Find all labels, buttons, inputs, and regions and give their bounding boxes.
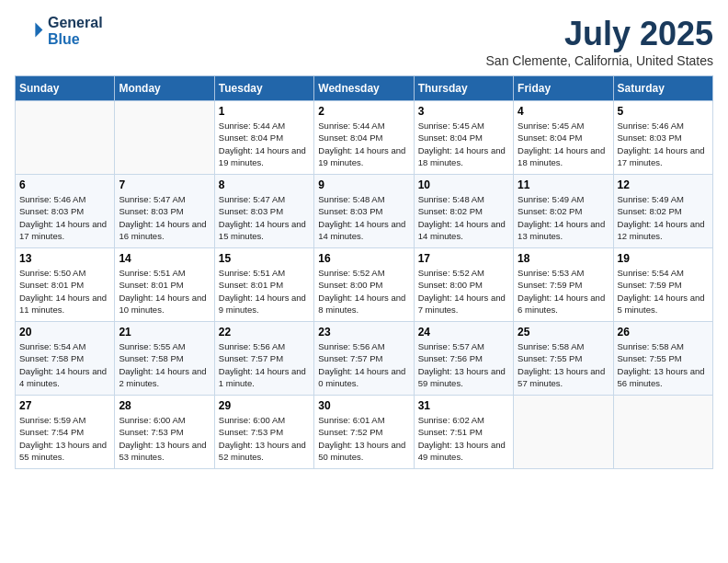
day-info: Sunrise: 5:54 AM Sunset: 7:59 PM Dayligh…: [618, 267, 709, 316]
day-number: 18: [518, 252, 609, 265]
calendar-cell: [115, 101, 214, 175]
svg-marker-1: [35, 22, 42, 37]
calendar-cell: 12Sunrise: 5:49 AM Sunset: 8:02 PM Dayli…: [613, 175, 712, 248]
weekday-header-monday: Monday: [115, 76, 214, 101]
day-info: Sunrise: 5:49 AM Sunset: 8:02 PM Dayligh…: [618, 193, 709, 242]
day-number: 14: [119, 252, 210, 265]
calendar-cell: 28Sunrise: 6:00 AM Sunset: 7:53 PM Dayli…: [115, 396, 214, 469]
day-info: Sunrise: 5:59 AM Sunset: 7:54 PM Dayligh…: [19, 414, 110, 463]
day-number: 1: [219, 105, 310, 118]
day-number: 20: [19, 326, 110, 339]
calendar-cell: 31Sunrise: 6:02 AM Sunset: 7:51 PM Dayli…: [414, 396, 513, 469]
day-number: 25: [518, 326, 609, 339]
day-info: Sunrise: 6:01 AM Sunset: 7:52 PM Dayligh…: [318, 414, 409, 463]
day-info: Sunrise: 6:00 AM Sunset: 7:53 PM Dayligh…: [119, 414, 210, 463]
calendar-week-1: 1Sunrise: 5:44 AM Sunset: 8:04 PM Daylig…: [16, 101, 713, 175]
calendar-cell: [16, 101, 115, 175]
day-number: 12: [618, 178, 709, 191]
day-info: Sunrise: 5:56 AM Sunset: 7:57 PM Dayligh…: [219, 340, 310, 389]
day-number: 8: [219, 178, 310, 191]
calendar-cell: 18Sunrise: 5:53 AM Sunset: 7:59 PM Dayli…: [514, 248, 613, 322]
day-info: Sunrise: 6:00 AM Sunset: 7:53 PM Dayligh…: [219, 414, 310, 463]
calendar-cell: 22Sunrise: 5:56 AM Sunset: 7:57 PM Dayli…: [214, 322, 313, 396]
day-number: 30: [318, 399, 409, 412]
day-number: 29: [219, 399, 310, 412]
calendar-week-5: 27Sunrise: 5:59 AM Sunset: 7:54 PM Dayli…: [16, 396, 713, 469]
calendar-body: 1Sunrise: 5:44 AM Sunset: 8:04 PM Daylig…: [16, 101, 713, 469]
calendar-cell: 23Sunrise: 5:56 AM Sunset: 7:57 PM Dayli…: [314, 322, 414, 396]
day-number: 21: [119, 326, 210, 339]
weekday-header-row: SundayMondayTuesdayWednesdayThursdayFrid…: [16, 76, 713, 101]
day-number: 22: [219, 326, 310, 339]
calendar-cell: 5Sunrise: 5:46 AM Sunset: 8:03 PM Daylig…: [613, 101, 712, 175]
day-info: Sunrise: 5:58 AM Sunset: 7:55 PM Dayligh…: [618, 340, 709, 389]
day-number: 16: [318, 252, 409, 265]
calendar-cell: 11Sunrise: 5:49 AM Sunset: 8:02 PM Dayli…: [514, 175, 613, 248]
page-header: General Blue July 2025 San Clemente, Cal…: [15, 15, 713, 68]
month-title: July 2025: [486, 15, 713, 53]
day-info: Sunrise: 5:51 AM Sunset: 8:01 PM Dayligh…: [219, 267, 310, 316]
calendar-cell: 10Sunrise: 5:48 AM Sunset: 8:02 PM Dayli…: [414, 175, 513, 248]
calendar-cell: 19Sunrise: 5:54 AM Sunset: 7:59 PM Dayli…: [613, 248, 712, 322]
calendar-cell: 21Sunrise: 5:55 AM Sunset: 7:58 PM Dayli…: [115, 322, 214, 396]
day-number: 23: [318, 326, 409, 339]
day-info: Sunrise: 5:47 AM Sunset: 8:03 PM Dayligh…: [119, 193, 210, 242]
day-number: 9: [318, 178, 409, 191]
weekday-header-wednesday: Wednesday: [314, 76, 414, 101]
day-number: 31: [418, 399, 509, 412]
calendar-cell: 26Sunrise: 5:58 AM Sunset: 7:55 PM Dayli…: [613, 322, 712, 396]
weekday-header-friday: Friday: [514, 76, 613, 101]
calendar-cell: 20Sunrise: 5:54 AM Sunset: 7:58 PM Dayli…: [16, 322, 115, 396]
calendar-cell: 15Sunrise: 5:51 AM Sunset: 8:01 PM Dayli…: [214, 248, 313, 322]
calendar-week-4: 20Sunrise: 5:54 AM Sunset: 7:58 PM Dayli…: [16, 322, 713, 396]
day-info: Sunrise: 5:52 AM Sunset: 8:00 PM Dayligh…: [418, 267, 509, 316]
weekday-header-tuesday: Tuesday: [214, 76, 313, 101]
calendar-cell: 16Sunrise: 5:52 AM Sunset: 8:00 PM Dayli…: [314, 248, 414, 322]
day-number: 26: [618, 326, 709, 339]
calendar-cell: 7Sunrise: 5:47 AM Sunset: 8:03 PM Daylig…: [115, 175, 214, 248]
calendar-cell: 4Sunrise: 5:45 AM Sunset: 8:04 PM Daylig…: [514, 101, 613, 175]
day-info: Sunrise: 5:50 AM Sunset: 8:01 PM Dayligh…: [19, 267, 110, 316]
day-info: Sunrise: 5:46 AM Sunset: 8:03 PM Dayligh…: [618, 120, 709, 168]
day-info: Sunrise: 6:02 AM Sunset: 7:51 PM Dayligh…: [418, 414, 509, 463]
day-info: Sunrise: 5:53 AM Sunset: 7:59 PM Dayligh…: [518, 267, 609, 316]
day-info: Sunrise: 5:55 AM Sunset: 7:58 PM Dayligh…: [119, 340, 210, 389]
calendar-week-3: 13Sunrise: 5:50 AM Sunset: 8:01 PM Dayli…: [16, 248, 713, 322]
day-number: 5: [618, 105, 709, 118]
calendar-cell: 3Sunrise: 5:45 AM Sunset: 8:04 PM Daylig…: [414, 101, 513, 175]
day-info: Sunrise: 5:44 AM Sunset: 8:04 PM Dayligh…: [318, 120, 409, 168]
weekday-header-sunday: Sunday: [16, 76, 115, 101]
day-number: 15: [219, 252, 310, 265]
day-info: Sunrise: 5:48 AM Sunset: 8:02 PM Dayligh…: [418, 193, 509, 242]
day-number: 17: [418, 252, 509, 265]
day-number: 28: [119, 399, 210, 412]
day-info: Sunrise: 5:46 AM Sunset: 8:03 PM Dayligh…: [19, 193, 110, 242]
day-number: 7: [119, 178, 210, 191]
calendar-cell: 8Sunrise: 5:47 AM Sunset: 8:03 PM Daylig…: [214, 175, 313, 248]
day-info: Sunrise: 5:49 AM Sunset: 8:02 PM Dayligh…: [518, 193, 609, 242]
day-info: Sunrise: 5:47 AM Sunset: 8:03 PM Dayligh…: [219, 193, 310, 242]
logo: General Blue: [15, 15, 103, 48]
title-block: July 2025 San Clemente, California, Unit…: [486, 15, 713, 68]
day-info: Sunrise: 5:51 AM Sunset: 8:01 PM Dayligh…: [119, 267, 210, 316]
calendar-cell: 29Sunrise: 6:00 AM Sunset: 7:53 PM Dayli…: [214, 396, 313, 469]
calendar-cell: 13Sunrise: 5:50 AM Sunset: 8:01 PM Dayli…: [16, 248, 115, 322]
day-number: 10: [418, 178, 509, 191]
day-info: Sunrise: 5:56 AM Sunset: 7:57 PM Dayligh…: [318, 340, 409, 389]
calendar-week-2: 6Sunrise: 5:46 AM Sunset: 8:03 PM Daylig…: [16, 175, 713, 248]
calendar-cell: 24Sunrise: 5:57 AM Sunset: 7:56 PM Dayli…: [414, 322, 513, 396]
calendar-cell: 2Sunrise: 5:44 AM Sunset: 8:04 PM Daylig…: [314, 101, 414, 175]
day-number: 3: [418, 105, 509, 118]
day-number: 6: [19, 178, 110, 191]
calendar-cell: 1Sunrise: 5:44 AM Sunset: 8:04 PM Daylig…: [214, 101, 313, 175]
calendar-cell: [613, 396, 712, 469]
calendar-cell: 30Sunrise: 6:01 AM Sunset: 7:52 PM Dayli…: [314, 396, 414, 469]
day-info: Sunrise: 5:45 AM Sunset: 8:04 PM Dayligh…: [418, 120, 509, 168]
weekday-header-thursday: Thursday: [414, 76, 513, 101]
day-number: 19: [618, 252, 709, 265]
logo-icon: [15, 17, 44, 46]
day-number: 4: [518, 105, 609, 118]
day-info: Sunrise: 5:57 AM Sunset: 7:56 PM Dayligh…: [418, 340, 509, 389]
day-number: 13: [19, 252, 110, 265]
day-number: 2: [318, 105, 409, 118]
